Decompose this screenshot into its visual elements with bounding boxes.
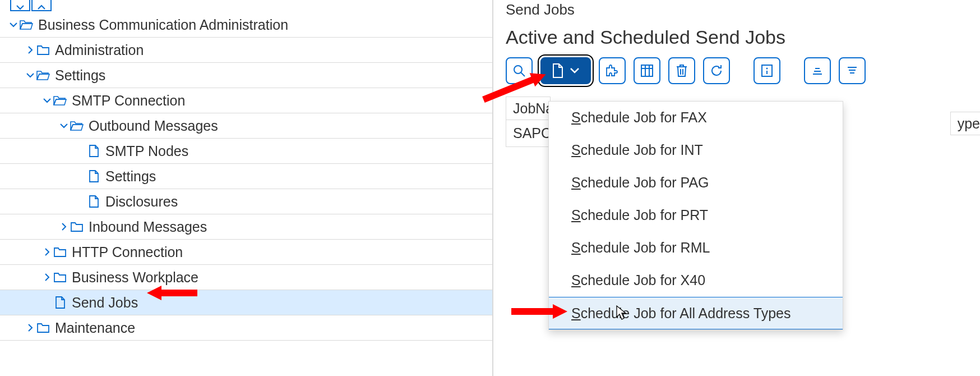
- document-icon: [86, 169, 101, 184]
- puzzle-icon: [605, 64, 620, 77]
- chevron-down-icon[interactable]: [41, 97, 53, 104]
- menu-item-label: Schedule Job for All Address Types: [571, 305, 791, 322]
- document-icon: [86, 144, 101, 158]
- chevron-right-icon[interactable]: [25, 45, 36, 54]
- folder-icon: [53, 270, 67, 285]
- menu-item-label: Schedule Job for X40: [571, 272, 705, 288]
- menu-item-label: Schedule Job for PRT: [571, 207, 708, 223]
- trash-icon: [676, 64, 688, 77]
- search-icon: [512, 64, 526, 77]
- navigation-tree-pane: Business Communication AdministrationAdm…: [0, 0, 493, 376]
- menu-item[interactable]: Schedule Job for FAX: [549, 102, 843, 134]
- document-icon: [53, 295, 67, 310]
- folder-open-icon: [36, 68, 50, 82]
- menu-item[interactable]: Schedule Job for All Address Types: [549, 297, 843, 329]
- cell-jobname: SAPC: [506, 120, 551, 147]
- tree-mini-controls: [0, 0, 492, 12]
- cell-value: SAPC: [513, 125, 551, 141]
- svg-rect-3: [641, 65, 653, 76]
- section-title: Active and Scheduled Send Jobs: [506, 26, 980, 48]
- svg-line-2: [521, 72, 525, 76]
- folder-open-icon: [53, 93, 67, 108]
- folder-icon: [53, 245, 67, 259]
- folder-open-icon: [70, 118, 84, 133]
- search-button[interactable]: [506, 57, 533, 84]
- chevron-right-icon[interactable]: [58, 222, 70, 231]
- chevron-right-icon[interactable]: [25, 323, 36, 332]
- svg-point-1: [514, 66, 522, 74]
- refresh-button[interactable]: [703, 57, 730, 84]
- columns-icon: [640, 64, 654, 77]
- chevron-right-icon[interactable]: [41, 273, 53, 282]
- tree-item[interactable]: Maintenance: [0, 315, 492, 341]
- tree-item-label: HTTP Connection: [72, 244, 183, 260]
- tree-item-label: Maintenance: [55, 320, 135, 336]
- tree-item-label: Send Jobs: [72, 295, 138, 311]
- tree-item-label: SMTP Connection: [72, 93, 185, 109]
- tree-item-label: SMTP Nodes: [105, 143, 188, 159]
- chevron-down-icon[interactable]: [58, 122, 70, 129]
- tree-item[interactable]: SMTP Nodes: [0, 139, 492, 164]
- tree-item[interactable]: Settings: [0, 164, 492, 189]
- tree-item[interactable]: Disclosures: [0, 189, 492, 214]
- column-header-type[interactable]: ype: [950, 112, 980, 135]
- chevron-down-icon: [570, 67, 580, 74]
- menu-item-label: Schedule Job for PAG: [571, 175, 709, 191]
- chevron-right-icon[interactable]: [41, 247, 53, 256]
- tree-item[interactable]: Settings: [0, 63, 492, 88]
- tree-item-label: Business Communication Administration: [38, 17, 288, 33]
- tree-item-label: Settings: [55, 67, 105, 84]
- tree-item[interactable]: HTTP Connection: [0, 240, 492, 265]
- menu-item[interactable]: Schedule Job for INT: [549, 134, 843, 167]
- content-pane: Send Jobs Active and Scheduled Send Jobs: [493, 0, 980, 376]
- column-header-jobname[interactable]: JobName: [506, 97, 551, 120]
- tree-item-label: Inbound Messages: [89, 219, 207, 235]
- menu-item-label: Schedule Job for INT: [571, 142, 703, 158]
- tree-item-label: Settings: [105, 168, 156, 185]
- tree-item[interactable]: Business Workplace: [0, 265, 492, 290]
- folder-icon: [36, 43, 50, 57]
- sort-asc-icon: [811, 65, 824, 76]
- folder-icon: [36, 320, 50, 335]
- chevron-down-icon[interactable]: [25, 72, 36, 79]
- tree-item-label: Business Workplace: [72, 269, 198, 286]
- tree-item-label: Administration: [55, 42, 144, 58]
- svg-point-10: [766, 68, 768, 70]
- tree-item[interactable]: Business Communication Administration: [0, 12, 492, 38]
- details-button[interactable]: [754, 57, 780, 84]
- menu-item-label: Schedule Job for RML: [571, 240, 710, 256]
- variant-button[interactable]: [599, 57, 626, 84]
- layout-button[interactable]: [634, 57, 660, 84]
- menu-item[interactable]: Schedule Job for PAG: [549, 167, 843, 199]
- document-icon: [86, 194, 101, 209]
- tree-item[interactable]: Outbound Messages: [0, 113, 492, 139]
- page-title: Send Jobs: [506, 1, 980, 19]
- menu-item[interactable]: Schedule Job for PRT: [549, 199, 843, 232]
- create-dropdown-menu: Schedule Job for FAXSchedule Job for INT…: [548, 101, 843, 330]
- folder-open-icon: [19, 17, 34, 32]
- delete-button[interactable]: [668, 57, 695, 84]
- column-header-label: ype: [958, 116, 980, 132]
- menu-item[interactable]: Schedule Job for RML: [549, 232, 843, 264]
- collapse-all-button[interactable]: [10, 0, 30, 11]
- refresh-icon: [709, 63, 724, 78]
- tree-item-label: Disclosures: [105, 194, 178, 210]
- tree-item-label: Outbound Messages: [89, 118, 218, 134]
- tree-item[interactable]: Inbound Messages: [0, 214, 492, 240]
- create-dropdown-button[interactable]: [540, 57, 591, 84]
- sort-desc-button[interactable]: [839, 57, 866, 84]
- info-icon: [761, 64, 773, 77]
- navigation-tree[interactable]: Business Communication AdministrationAdm…: [0, 12, 492, 341]
- toolbar: [506, 57, 980, 84]
- tree-item[interactable]: SMTP Connection: [0, 88, 492, 113]
- chevron-down-icon[interactable]: [8, 21, 19, 28]
- document-icon: [552, 63, 564, 78]
- folder-icon: [70, 219, 84, 234]
- tree-item[interactable]: Send Jobs: [0, 290, 492, 315]
- menu-item[interactable]: Schedule Job for X40: [549, 264, 843, 297]
- menu-item-label: Schedule Job for FAX: [571, 109, 707, 126]
- sort-desc-icon: [845, 65, 859, 76]
- sort-asc-button[interactable]: [804, 57, 831, 84]
- expand-all-button[interactable]: [31, 0, 52, 11]
- tree-item[interactable]: Administration: [0, 38, 492, 63]
